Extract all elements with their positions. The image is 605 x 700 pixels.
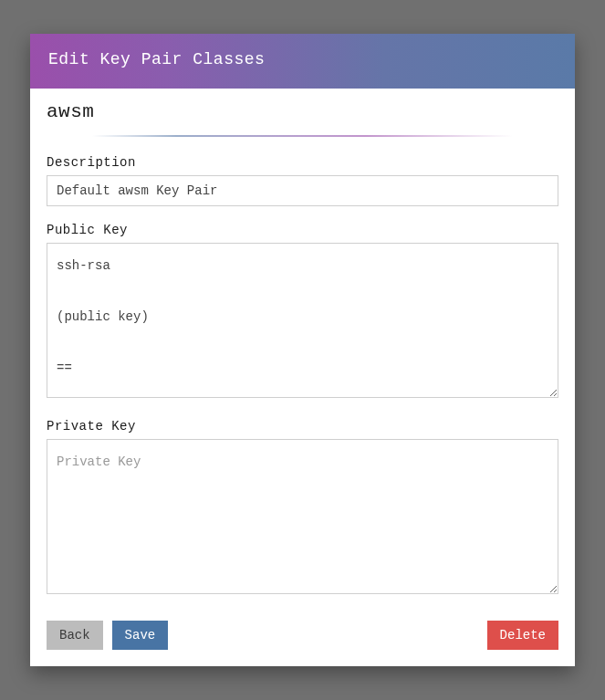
edit-keypair-card: Edit Key Pair Classes awsm Description P…: [30, 34, 575, 666]
button-left-group: Back Save: [47, 621, 168, 650]
card-header: Edit Key Pair Classes: [30, 34, 575, 89]
description-input[interactable]: [47, 175, 558, 206]
card-body: awsm Description Public Key ssh-rsa (pub…: [30, 89, 575, 666]
keypair-name: awsm: [47, 101, 558, 122]
description-label: Description: [47, 155, 558, 170]
card-title: Edit Key Pair Classes: [48, 50, 557, 68]
private-key-textarea[interactable]: [47, 439, 558, 594]
button-row: Back Save Delete: [47, 621, 558, 650]
public-key-textarea[interactable]: ssh-rsa (public key) ==: [47, 243, 558, 398]
back-button[interactable]: Back: [47, 621, 103, 650]
private-key-label: Private Key: [47, 419, 558, 434]
public-key-label: Public Key: [47, 223, 558, 237]
divider: [92, 135, 513, 137]
delete-button[interactable]: Delete: [487, 621, 558, 650]
save-button[interactable]: Save: [112, 621, 169, 650]
